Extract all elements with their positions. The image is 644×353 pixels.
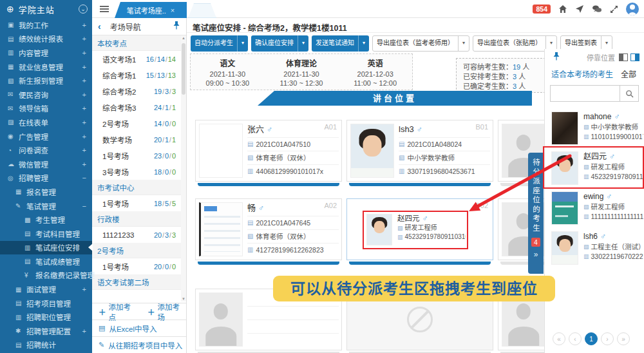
site-section-header[interactable]: 本校考点	[92, 35, 186, 51]
seat-card-a01[interactable]: A01 张六♂ ▤2021C01A047510 ▧体育老师（双休） ▥44068…	[195, 120, 342, 182]
sidebar-item-new-student[interactable]: ▧新生报到管理+	[0, 73, 92, 88]
add-site-button[interactable]: ＋添加考点	[99, 301, 137, 322]
sidebar-item-score-mgmt[interactable]: ▤笔试成绩管理	[0, 254, 92, 269]
expand-plus-icon[interactable]: +	[82, 119, 86, 126]
expand-plus-icon[interactable]: +	[82, 91, 86, 99]
close-tab-icon[interactable]: ×	[171, 6, 175, 14]
current-page-button[interactable]: 1	[585, 332, 598, 345]
next-page-button[interactable]: ›	[601, 332, 614, 345]
sidebar-item-survey[interactable]: ◔问卷调查+	[0, 143, 92, 157]
room-item[interactable]: 1号考场20/0/0	[92, 258, 186, 274]
tab-fit-candidates[interactable]: 适合本考场的考生	[551, 68, 613, 80]
search-button[interactable]	[620, 85, 639, 102]
collapse-minus-icon[interactable]: −	[82, 174, 86, 182]
candidate-search-input[interactable]	[550, 85, 620, 102]
expand-plus-icon[interactable]: +	[82, 35, 86, 43]
sidebar-item-payment-record[interactable]: ¥报名缴费记录管理	[0, 269, 92, 283]
scroll-down-icon[interactable]: ▼	[181, 297, 186, 301]
sidebar-item-ad-mgmt[interactable]: ◉广告管理+	[0, 129, 92, 144]
room-item[interactable]: 1号考场23/0/0	[92, 148, 186, 164]
background-tab[interactable]	[188, 3, 216, 18]
prev-page-button[interactable]: ‹	[569, 332, 582, 345]
auto-assign-button[interactable]: 自动分派考生▾	[191, 35, 248, 52]
caret-down-icon[interactable]: ▾	[358, 35, 369, 52]
caret-down-icon[interactable]: ▾	[237, 35, 248, 52]
sidebar-item-interview-mgmt[interactable]: ▦面试管理+	[0, 282, 92, 296]
expand-plus-icon[interactable]: +	[82, 327, 86, 335]
room-item[interactable]: 综合考场219/3/3	[92, 83, 186, 99]
send-icon[interactable]	[575, 5, 584, 14]
room-item[interactable]: 综合考场324/1/1	[92, 99, 186, 115]
expand-panel-icon[interactable]: »	[534, 250, 538, 259]
collapse-nav-icon[interactable]: ‹	[98, 21, 101, 32]
expand-icon[interactable]	[610, 5, 618, 14]
expand-plus-icon[interactable]: +	[82, 160, 86, 168]
sidebar-item-exam-project-mgmt[interactable]: ▤招考项目管理	[0, 296, 92, 310]
import-excel-button[interactable]: ▤从Excel中导入	[92, 320, 186, 336]
sidebar-item-candidate-mgmt[interactable]: ▩考生管理	[0, 213, 92, 227]
sidebar-item-leader-mailbox[interactable]: ✉领导信箱+	[0, 102, 92, 116]
site-section-header[interactable]: 行政楼	[92, 211, 186, 227]
site-section-header[interactable]: 市考试中心	[92, 180, 186, 195]
seat-card-b02[interactable]: B02 赵四元♂ ▧研发工程师 ▥452329197809110316	[346, 198, 493, 260]
menu-toggle-icon[interactable]	[100, 6, 109, 7]
candidate-item-lsh6[interactable]: lsh6♂ ▧工程主任（测试） ▥33022119670222791X	[545, 228, 644, 268]
sidebar-item-written-exam-mgmt[interactable]: ✎笔试管理−	[0, 199, 92, 213]
sidebar-item-my-work[interactable]: ▣我的工作+	[0, 18, 92, 32]
expand-plus-icon[interactable]: +	[82, 285, 86, 293]
pin-icon[interactable]	[173, 21, 180, 32]
sidebar-item-subject-mgmt[interactable]: ▤考试科目管理	[0, 227, 92, 241]
expand-plus-icon[interactable]: +	[82, 21, 86, 29]
caret-down-icon[interactable]: ▾	[458, 36, 469, 51]
import-past-project-button[interactable]: ✎从往期招考项目中导入	[92, 336, 186, 353]
room-item[interactable]: 3号考场18/0/0	[92, 164, 186, 180]
first-page-button[interactable]: «	[553, 332, 565, 345]
dragged-candidate-card[interactable]: 赵四元♂ ▧研发工程师 ▥452329197809110316	[363, 211, 468, 249]
export-seat-invigilator-button[interactable]: 导出座位表（监考老师用）▾	[372, 35, 469, 52]
room-item[interactable]: 1112123320/3/3	[92, 227, 186, 243]
sidebar-item-recruit-mgmt[interactable]: ◎招聘管理−	[0, 171, 92, 186]
send-notice-button[interactable]: 发送笔试通知▾	[312, 35, 369, 52]
user-avatar[interactable]	[626, 3, 639, 15]
last-page-button[interactable]: »	[617, 332, 630, 345]
pin-icon[interactable]	[553, 52, 560, 63]
sidebar-item-recruit-stats[interactable]: ▤招聘统计	[0, 338, 92, 352]
confirm-seat-button[interactable]: 确认座位安排▾	[251, 35, 308, 52]
scroll-up-icon[interactable]: ▲	[181, 36, 186, 40]
candidate-item-zhaosiyuan[interactable]: 赵四元♂ ▧研发工程师 ▥452329197809110316	[545, 148, 644, 188]
add-room-button[interactable]: ＋添加考场	[147, 301, 186, 322]
expand-plus-icon[interactable]: +	[82, 63, 86, 71]
sidebar-item-wechat[interactable]: ☁微信管理+	[0, 157, 92, 171]
sidebar-item-recruit-config[interactable]: ✱招聘管理配置+	[0, 324, 92, 338]
room-item[interactable]: 综合考场115/13/13	[92, 67, 186, 83]
sidebar-item-seat-arrangement[interactable]: ▥笔试座位安排	[0, 241, 92, 255]
site-section-header[interactable]: 2号考场	[92, 243, 186, 258]
tab-written-exam-room[interactable]: 笔试考场座.. ×	[115, 2, 187, 18]
seat-card-a02[interactable]: A02 畅♂ ▤2021C01A047645 ▧体育老师（双休） ▥412728…	[195, 198, 342, 260]
expand-plus-icon[interactable]: +	[82, 77, 86, 84]
dock-left-icon[interactable]	[619, 53, 628, 61]
sidebar-item-signup-mgmt[interactable]: ▦报名管理	[0, 185, 92, 199]
candidate-item-mahone[interactable]: mahone♂ ▧中小学数学教师 ▥110101199001017030	[545, 108, 644, 148]
tab-all-candidates[interactable]: 全部	[621, 68, 636, 80]
chat-icon[interactable]	[592, 5, 602, 14]
expand-plus-icon[interactable]: +	[82, 146, 86, 154]
sidebar-item-content-mgmt[interactable]: ▥内容管理+	[0, 46, 92, 60]
notification-badge[interactable]: 854	[533, 5, 551, 14]
scrollbar-thumb[interactable]	[182, 43, 185, 95]
expand-plus-icon[interactable]: +	[82, 104, 86, 112]
candidate-item-ewing[interactable]: ewing♂ ▧研发工程师 ▥1111111111111111	[545, 188, 644, 228]
sidebar-item-online-form[interactable]: ▨在线表单+	[0, 115, 92, 129]
expand-plus-icon[interactable]: +	[82, 49, 86, 57]
sidebar-item-position-mgmt[interactable]: ▥招聘职位管理	[0, 310, 92, 324]
dock-right-icon[interactable]	[630, 53, 639, 61]
home-icon[interactable]	[558, 5, 567, 14]
collapse-sidebar-icon[interactable]: ⌄	[79, 5, 88, 14]
collapse-minus-icon[interactable]: −	[82, 202, 86, 210]
sidebar-item-employment-info[interactable]: ▦就业信息管理+	[0, 60, 92, 74]
seat-card-b01[interactable]: B01 lsh3♂ ▤2021C01A048024 ▧中小学数学教师 ▥3307…	[346, 120, 493, 182]
sidebar-item-performance-report[interactable]: ▤绩效统计报表+	[0, 32, 92, 46]
site-section-header[interactable]: 语文考试第二场	[92, 274, 186, 290]
sidebar-item-public-consult[interactable]: ✉便民咨询+	[0, 88, 92, 102]
room-item[interactable]: 数学考场20/1/1	[92, 131, 186, 148]
